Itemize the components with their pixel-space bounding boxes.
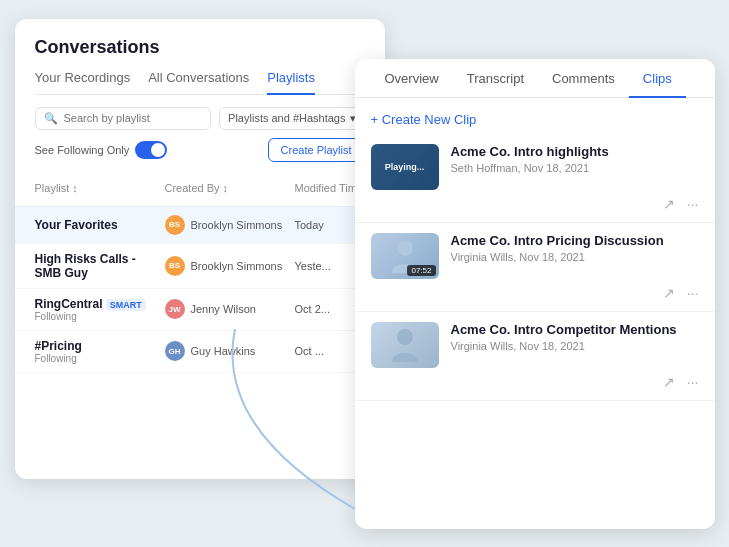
conversations-title: Conversations xyxy=(35,37,365,58)
clip-item: 07:52 Acme Co. Intro Pricing Discussion … xyxy=(355,223,715,312)
tab-your-recordings[interactable]: Your Recordings xyxy=(35,70,131,95)
sort-icon: ↕ xyxy=(223,182,229,194)
playlist-sub: Following xyxy=(35,353,165,364)
tab-transcript[interactable]: Transcript xyxy=(453,59,538,98)
clip-thumbnail xyxy=(371,322,439,368)
sort-icon: ↕ xyxy=(72,182,78,194)
clip-title: Acme Co. Intro Pricing Discussion xyxy=(451,233,699,248)
clip-meta: Virginia Wills, Nov 18, 2021 xyxy=(451,251,699,263)
creator-cell: BS Brooklyn Simmons xyxy=(165,256,295,276)
clip-info: Acme Co. Intro highlights Seth Hoffman, … xyxy=(451,144,699,174)
clip-actions: ↗ ··· xyxy=(371,368,699,390)
tab-clips[interactable]: Clips xyxy=(629,59,686,98)
see-following-toggle[interactable] xyxy=(135,141,167,159)
creator-cell: GH Guy Hawkins xyxy=(165,341,295,361)
playlist-row[interactable]: High Risks Calls - SMB Guy BS Brooklyn S… xyxy=(15,244,385,289)
playlist-name: High Risks Calls - SMB Guy xyxy=(35,252,165,280)
clip-meta: Seth Hoffman, Nov 18, 2021 xyxy=(451,162,699,174)
playlist-name: RingCentral SMART xyxy=(35,297,165,311)
clip-main: 07:52 Acme Co. Intro Pricing Discussion … xyxy=(371,233,699,279)
clip-actions: ↗ ··· xyxy=(371,190,699,212)
clip-actions: ↗ ··· xyxy=(371,279,699,301)
create-clip-row: + Create New Clip xyxy=(355,98,715,134)
more-options-icon[interactable]: ··· xyxy=(687,196,699,212)
left-panel-header: Conversations Your Recordings All Conver… xyxy=(15,19,385,95)
right-panel: Overview Transcript Comments Clips + Cre… xyxy=(355,59,715,529)
share-icon[interactable]: ↗ xyxy=(663,196,675,212)
clip-thumbnail: 07:52 xyxy=(371,233,439,279)
see-following-row: See Following Only Create Playlist xyxy=(15,138,385,170)
search-input[interactable] xyxy=(64,112,203,124)
filter-dropdown[interactable]: Playlists and #Hashtags ▾ xyxy=(219,107,364,130)
playlist-row[interactable]: RingCentral SMART Following JW Jenny Wil… xyxy=(15,289,385,331)
playlist-name-cell: RingCentral SMART Following xyxy=(35,297,165,322)
clip-main: Playing... Acme Co. Intro highlights Set… xyxy=(371,144,699,190)
left-tabs-row: Your Recordings All Conversations Playli… xyxy=(35,70,365,95)
share-icon[interactable]: ↗ xyxy=(663,374,675,390)
col-created-by: Created By ↕ xyxy=(165,176,295,200)
clip-info: Acme Co. Intro Pricing Discussion Virgin… xyxy=(451,233,699,263)
avatar: BS xyxy=(165,256,185,276)
svg-point-1 xyxy=(397,329,413,345)
more-options-icon[interactable]: ··· xyxy=(687,374,699,390)
person-silhouette xyxy=(390,326,420,364)
create-playlist-button[interactable]: Create Playlist xyxy=(268,138,365,162)
avatar: BS xyxy=(165,215,185,235)
tab-comments[interactable]: Comments xyxy=(538,59,629,98)
search-icon: 🔍 xyxy=(44,112,58,125)
playlist-name-cell: #Pricing Following xyxy=(35,339,165,364)
toggle-knob xyxy=(151,143,165,157)
share-icon[interactable]: ↗ xyxy=(663,285,675,301)
search-box[interactable]: 🔍 xyxy=(35,107,212,130)
clip-meta: Virginia Wills, Nov 18, 2021 xyxy=(451,340,699,352)
right-tabs-row: Overview Transcript Comments Clips xyxy=(355,59,715,98)
filter-label: Playlists and #Hashtags xyxy=(228,112,345,124)
creator-name: Guy Hawkins xyxy=(191,345,256,357)
playing-label: Playing... xyxy=(385,162,425,172)
search-filter-row: 🔍 Playlists and #Hashtags ▾ xyxy=(15,95,385,138)
avatar: JW xyxy=(165,299,185,319)
col-playlist: Playlist ↕ xyxy=(35,176,165,200)
duration-badge: 07:52 xyxy=(407,265,435,276)
creator-cell: BS Brooklyn Simmons xyxy=(165,215,295,235)
creator-name: Jenny Wilson xyxy=(191,303,256,315)
tab-all-conversations[interactable]: All Conversations xyxy=(148,70,249,95)
more-options-icon[interactable]: ··· xyxy=(687,285,699,301)
clip-title: Acme Co. Intro Competitor Mentions xyxy=(451,322,699,337)
tab-overview[interactable]: Overview xyxy=(371,59,453,98)
clip-info: Acme Co. Intro Competitor Mentions Virgi… xyxy=(451,322,699,352)
creator-cell: JW Jenny Wilson xyxy=(165,299,295,319)
see-following-label: See Following Only xyxy=(35,144,130,156)
playlist-name: Your Favorites xyxy=(35,218,165,232)
create-new-clip-link[interactable]: + Create New Clip xyxy=(371,112,477,127)
playlist-name: #Pricing xyxy=(35,339,165,353)
creator-name: Brooklyn Simmons xyxy=(191,260,283,272)
clip-title: Acme Co. Intro highlights xyxy=(451,144,699,159)
svg-point-0 xyxy=(397,240,413,256)
left-panel: Conversations Your Recordings All Conver… xyxy=(15,19,385,479)
clip-item: Acme Co. Intro Competitor Mentions Virgi… xyxy=(355,312,715,401)
avatar: GH xyxy=(165,341,185,361)
clip-main: Acme Co. Intro Competitor Mentions Virgi… xyxy=(371,322,699,368)
creator-name: Brooklyn Simmons xyxy=(191,219,283,231)
playlist-row[interactable]: #Pricing Following GH Guy Hawkins Oct ..… xyxy=(15,331,385,373)
thumbnail-overlay: Playing... xyxy=(371,144,439,190)
playlist-row[interactable]: Your Favorites BS Brooklyn Simmons Today xyxy=(15,207,385,244)
clip-thumbnail: Playing... xyxy=(371,144,439,190)
clip-item: Playing... Acme Co. Intro highlights Set… xyxy=(355,134,715,223)
table-header: Playlist ↕ Created By ↕ Modified Time ↕ … xyxy=(15,170,385,207)
tab-playlists[interactable]: Playlists xyxy=(267,70,315,95)
playlist-sub: Following xyxy=(35,311,165,322)
